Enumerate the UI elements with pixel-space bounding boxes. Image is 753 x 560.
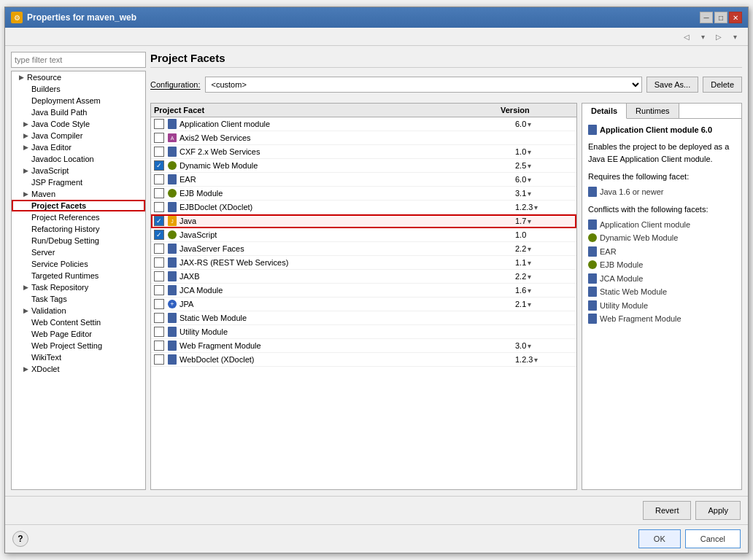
facet-table-row[interactable]: WebDoclet (XDoclet)1.2.3 ▾ bbox=[151, 353, 576, 367]
version-dropdown-icon[interactable]: ▾ bbox=[528, 259, 531, 267]
sidebar-item[interactable]: Service Policies bbox=[12, 258, 145, 270]
sidebar-item[interactable]: Refactoring History bbox=[12, 223, 145, 235]
facet-checkbox[interactable] bbox=[154, 119, 164, 129]
facet-checkbox[interactable] bbox=[154, 327, 164, 337]
sidebar-item[interactable]: ▶Resource bbox=[12, 71, 145, 83]
facet-table-row[interactable]: Application Client module6.0 ▾ bbox=[151, 117, 576, 131]
version-dropdown-icon[interactable]: ▾ bbox=[528, 342, 531, 350]
facet-table-row[interactable]: Static Web Module bbox=[151, 311, 576, 325]
facet-checkbox[interactable] bbox=[154, 202, 164, 212]
version-dropdown-icon[interactable]: ▾ bbox=[528, 162, 531, 170]
facet-checkbox[interactable]: ✓ bbox=[154, 230, 164, 240]
facet-table-row[interactable]: +JPA2.1 ▾ bbox=[151, 298, 576, 311]
facet-checkbox[interactable] bbox=[154, 285, 164, 295]
nav-back-button[interactable]: ◁ bbox=[679, 29, 694, 44]
help-button[interactable]: ? bbox=[12, 531, 28, 547]
revert-button[interactable]: Revert bbox=[643, 501, 691, 520]
sidebar-item[interactable]: Web Content Settin bbox=[12, 316, 145, 328]
facet-checkbox[interactable] bbox=[154, 313, 164, 323]
facet-checkbox[interactable] bbox=[154, 133, 164, 143]
details-requires-section: Requires the following facet: Java 1.6 o… bbox=[588, 171, 735, 198]
sidebar-item[interactable]: Builders bbox=[12, 83, 145, 95]
facet-table-row[interactable]: CXF 2.x Web Services1.0 ▾ bbox=[151, 145, 576, 159]
facet-checkbox[interactable] bbox=[154, 354, 164, 365]
apply-button[interactable]: Apply bbox=[695, 501, 741, 520]
version-dropdown-icon[interactable]: ▾ bbox=[534, 203, 538, 211]
facet-table-row[interactable]: EJB Module3.1 ▾ bbox=[151, 187, 576, 201]
facet-table-row[interactable]: Web Fragment Module3.0 ▾ bbox=[151, 339, 576, 353]
version-dropdown-icon[interactable]: ▾ bbox=[534, 356, 538, 364]
left-panel: ▶ResourceBuildersDeployment AssemJava Bu… bbox=[11, 52, 146, 490]
facet-icon bbox=[167, 313, 177, 323]
version-dropdown-icon[interactable]: ▾ bbox=[528, 287, 531, 295]
version-dropdown-icon[interactable]: ▾ bbox=[528, 273, 531, 281]
sidebar-item[interactable]: ▶XDoclet bbox=[12, 363, 145, 375]
sidebar-item[interactable]: ▶Java Compiler bbox=[12, 130, 145, 141]
facet-checkbox[interactable] bbox=[154, 174, 164, 184]
facet-table-row[interactable]: EAR6.0 ▾ bbox=[151, 173, 576, 187]
version-dropdown-icon[interactable]: ▾ bbox=[528, 300, 531, 308]
details-panel: Details Runtimes Application Client modu… bbox=[582, 103, 742, 490]
facet-checkbox[interactable] bbox=[154, 341, 164, 351]
facet-table-row[interactable]: JCA Module1.6 ▾ bbox=[151, 284, 576, 298]
save-as-button[interactable]: Save As... bbox=[646, 77, 699, 93]
nav-dropdown-button[interactable]: ▾ bbox=[695, 29, 710, 44]
facet-table-row[interactable]: ✓Dynamic Web Module2.5 ▾ bbox=[151, 159, 576, 173]
filter-input[interactable] bbox=[11, 52, 146, 68]
configuration-select[interactable]: <custom> bbox=[205, 77, 642, 93]
facet-table-row[interactable]: ✓JJava1.7 ▾ bbox=[151, 214, 576, 228]
facet-checkbox[interactable]: ✓ bbox=[154, 160, 164, 171]
close-button[interactable]: ✕ bbox=[729, 12, 742, 23]
version-dropdown-icon[interactable]: ▾ bbox=[528, 245, 531, 253]
sidebar-item[interactable]: Run/Debug Setting bbox=[12, 235, 145, 246]
sidebar-item[interactable]: Server bbox=[12, 246, 145, 258]
facet-checkbox[interactable] bbox=[154, 271, 164, 281]
sidebar-item[interactable]: Deployment Assem bbox=[12, 95, 145, 106]
sidebar-item[interactable]: ▶JavaScript bbox=[12, 165, 145, 176]
sidebar-item[interactable]: JSP Fragment bbox=[12, 176, 145, 188]
sidebar-item[interactable]: ▶Java Editor bbox=[12, 141, 145, 153]
facet-checkbox[interactable] bbox=[154, 257, 164, 268]
sidebar-item[interactable]: Javadoc Location bbox=[12, 153, 145, 165]
facet-table-row[interactable]: Utility Module bbox=[151, 325, 576, 339]
sidebar-item[interactable]: Project References bbox=[12, 211, 145, 223]
sidebar-item[interactable]: Web Project Setting bbox=[12, 340, 145, 351]
minimize-button[interactable]: ─ bbox=[700, 12, 713, 23]
facet-checkbox[interactable] bbox=[154, 299, 164, 309]
version-dropdown-icon[interactable]: ▾ bbox=[528, 217, 531, 225]
nav-forward-dropdown-button[interactable]: ▾ bbox=[727, 29, 742, 44]
facet-table-row[interactable]: JAXB2.2 ▾ bbox=[151, 270, 576, 284]
facet-table-row[interactable]: JAX-RS (REST Web Services)1.1 ▾ bbox=[151, 256, 576, 270]
version-dropdown-icon[interactable]: ▾ bbox=[528, 120, 531, 128]
tab-runtimes[interactable]: Runtimes bbox=[627, 104, 679, 118]
facets-area: Project Facet Version Application Client… bbox=[150, 103, 742, 490]
version-dropdown-icon[interactable]: ▾ bbox=[528, 148, 531, 156]
facet-table-row[interactable]: EJBDoclet (XDoclet)1.2.3 ▾ bbox=[151, 201, 576, 214]
delete-button[interactable]: Delete bbox=[703, 77, 742, 93]
facet-checkbox[interactable] bbox=[154, 244, 164, 254]
facet-checkbox[interactable] bbox=[154, 147, 164, 157]
maximize-button[interactable]: □ bbox=[714, 12, 727, 23]
sidebar-item[interactable]: Task Tags bbox=[12, 293, 145, 305]
facet-checkbox[interactable]: ✓ bbox=[154, 216, 164, 226]
sidebar-item[interactable]: WikiText bbox=[12, 351, 145, 363]
version-dropdown-icon[interactable]: ▾ bbox=[528, 190, 531, 198]
sidebar-item[interactable]: Web Page Editor bbox=[12, 328, 145, 340]
sidebar-item[interactable]: ▶Validation bbox=[12, 305, 145, 316]
facet-table-row[interactable]: ✓JavaScript1.0 bbox=[151, 228, 576, 242]
tab-details[interactable]: Details bbox=[582, 104, 627, 119]
version-dropdown-icon[interactable]: ▾ bbox=[528, 176, 531, 184]
sidebar-item[interactable]: Project Facets bbox=[12, 200, 145, 211]
cancel-button[interactable]: Cancel bbox=[685, 529, 741, 548]
sidebar-item-label: Java Build Path bbox=[31, 108, 87, 117]
sidebar-item[interactable]: ▶Maven bbox=[12, 188, 145, 200]
ok-button[interactable]: OK bbox=[638, 529, 681, 548]
facet-table-row[interactable]: AAxis2 Web Services bbox=[151, 131, 576, 145]
sidebar-item[interactable]: Targeted Runtimes bbox=[12, 270, 145, 281]
facet-checkbox[interactable] bbox=[154, 188, 164, 198]
sidebar-item[interactable]: Java Build Path bbox=[12, 106, 145, 118]
nav-forward-button[interactable]: ▷ bbox=[711, 29, 726, 44]
facet-table-row[interactable]: JavaServer Faces2.2 ▾ bbox=[151, 242, 576, 256]
sidebar-item[interactable]: ▶Task Repository bbox=[12, 281, 145, 293]
sidebar-item[interactable]: ▶Java Code Style bbox=[12, 118, 145, 130]
